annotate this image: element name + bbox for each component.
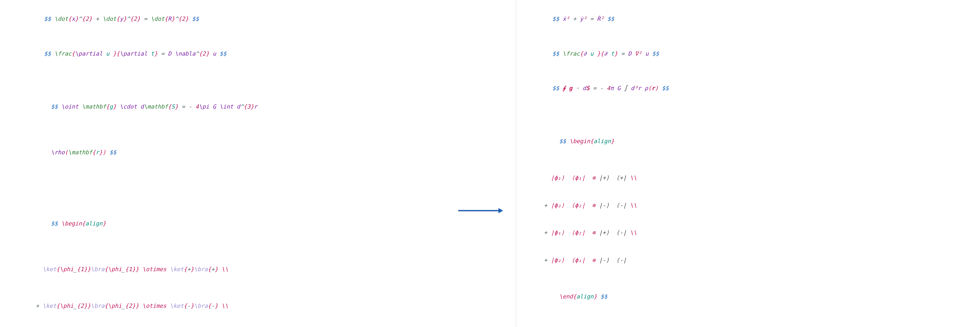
cmd-oint: \oint [61,103,78,110]
concealed-row-3: + |ϕ₁⟩ ⟨ϕ₂| ⊗ |+⟩ ⟨-| \\ [532,228,972,237]
concealed-block-4: $$ \begin{align} |ϕ₁⟩ ⟨ϕ₁| ⊗ |+⟩ ⟨+| \\ … [532,110,972,327]
concealed-line-3: $$ ∮ g · dS = - 4π G ∫ d³r ρ(r) $$ [532,75,972,102]
latex-line-1: $$ \dot{x}^{2} + \dot{y}^{2} = \dot{R}^{… [23,5,508,33]
concealed-line-2: $$ \frac{∂ u }{∂ t} = D ∇² u $$ [532,40,972,68]
align-row-2: + \ket{\phi_{2}}\bra{\phi_{2}} \otimes \… [23,301,508,310]
comparison-container: $$ \dot{x}^{2} + \dot{y}^{2} = \dot{R}^{… [0,0,980,327]
cmd-frac: \frac [54,51,72,57]
align-row-1: \ket{\phi_{1}}\bra{\phi_{1}} \otimes \ke… [23,265,508,274]
cmd-dot: \dot [54,16,68,22]
right-pane-concealed: $$ ẋ² + ẏ² = Ṙ² $$ $$ \frac{∂ u }{∂ t} =… [516,0,980,327]
latex-block-4: $$ \begin{align} \ket{\phi_{1}}\bra{\phi… [23,191,508,327]
concealed-row-4: + |ϕ₂⟩ ⟨ϕ₁| ⊗ |-⟩ ⟨-| [532,256,972,265]
latex-line-3: $$ \oint \mathbf{g} \cdot d\mathbf{S} = … [23,75,508,184]
concealed-row-1: |ϕ₁⟩ ⟨ϕ₁| ⊗ |+⟩ ⟨+| \\ [532,173,972,183]
concealed-line-1: $$ ẋ² + ẏ² = Ṙ² $$ [532,5,972,33]
left-pane-latex-source: $$ \dot{x}^{2} + \dot{y}^{2} = \dot{R}^{… [0,0,516,327]
delim-open: $$ [44,16,51,22]
concealed-row-2: + |ϕ₂⟩ ⟨ϕ₂| ⊗ |-⟩ ⟨-| \\ [532,201,972,210]
oint-icon: ∮ [563,85,565,91]
latex-line-2: $$ \frac{\partial u }{\partial t} = D \n… [23,40,508,68]
